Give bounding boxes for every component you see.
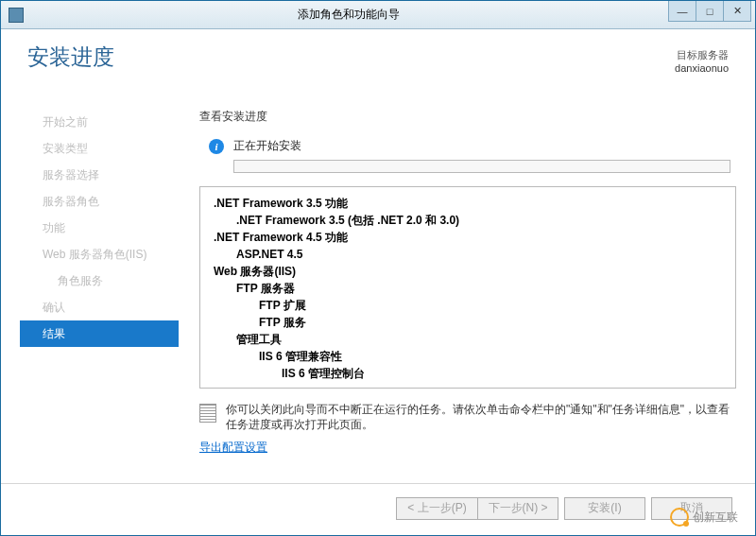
feature-item: .NET Framework 3.5 功能 <box>210 195 735 212</box>
titlebar: 添加角色和功能向导 — □ ✕ <box>1 1 755 29</box>
install-button[interactable]: 安装(I) <box>564 497 645 520</box>
feature-item: FTP 服务器 <box>210 280 735 297</box>
minimize-button[interactable]: — <box>668 1 696 22</box>
content: 安装进度 目标服务器 danxiaonuo 开始之前 安装类型 服务器选择 服务… <box>1 29 755 483</box>
info-icon: i <box>209 139 224 154</box>
progress-bar <box>233 160 730 173</box>
feature-item: .NET Framework 3.5 (包括 .NET 2.0 和 3.0) <box>210 212 735 229</box>
wizard-steps: 开始之前 安装类型 服务器选择 服务器角色 功能 Web 服务器角色(IIS) … <box>20 101 179 483</box>
target-server: 目标服务器 danxiaonuo <box>675 48 729 74</box>
feature-item: Web 服务器(IIS) <box>210 263 735 280</box>
export-config-link[interactable]: 导出配置设置 <box>199 440 736 456</box>
maximize-button[interactable]: □ <box>696 1 724 22</box>
step-confirmation: 确认 <box>20 294 179 320</box>
status-text: 正在开始安装 <box>233 138 301 154</box>
step-install-type: 安装类型 <box>20 135 179 162</box>
note-text: 你可以关闭此向导而不中断正在运行的任务。请依次单击命令栏中的"通知"和"任务详细… <box>226 402 736 432</box>
step-server-roles: 服务器角色 <box>20 188 179 215</box>
step-web-server-role: Web 服务器角色(IIS) <box>20 241 179 268</box>
page-title: 安装进度 <box>27 43 114 74</box>
step-before-begin: 开始之前 <box>20 109 179 135</box>
body: 开始之前 安装类型 服务器选择 服务器角色 功能 Web 服务器角色(IIS) … <box>20 101 736 483</box>
previous-button[interactable]: < 上一步(P) <box>396 497 477 520</box>
feature-item: IIS 6 管理兼容性 <box>210 348 735 365</box>
window-controls: — □ ✕ <box>668 1 755 28</box>
feature-item: 管理工具 <box>210 331 735 348</box>
next-button[interactable]: 下一步(N) > <box>477 497 558 520</box>
app-icon <box>9 8 24 23</box>
feature-item: FTP 服务 <box>210 314 735 331</box>
section-label: 查看安装进度 <box>199 109 736 125</box>
status-row: i 正在开始安装 <box>199 138 736 154</box>
step-server-selection: 服务器选择 <box>20 162 179 188</box>
note: 你可以关闭此向导而不中断正在运行的任务。请依次单击命令栏中的"通知"和"任务详细… <box>199 402 736 432</box>
step-results: 结果 <box>20 320 179 347</box>
target-label: 目标服务器 <box>675 48 729 62</box>
close-button[interactable]: ✕ <box>723 1 751 22</box>
nav-button-group: < 上一步(P) 下一步(N) > <box>396 497 558 520</box>
step-features: 功能 <box>20 215 179 241</box>
feature-item: ASP.NET 4.5 <box>210 246 735 263</box>
header: 安装进度 目标服务器 danxiaonuo <box>27 43 729 74</box>
feature-item: FTP 扩展 <box>210 297 735 314</box>
feature-item: .NET Framework 4.5 功能 <box>210 229 735 246</box>
target-name: danxiaonuo <box>675 62 729 74</box>
window-title: 添加角色和功能向导 <box>29 7 668 23</box>
main-panel: 查看安装进度 i 正在开始安装 .NET Framework 3.5 功能.NE… <box>179 101 736 483</box>
note-icon <box>199 404 216 423</box>
feature-list[interactable]: .NET Framework 3.5 功能.NET Framework 3.5 … <box>199 186 736 389</box>
cancel-button[interactable]: 取消 <box>651 497 732 520</box>
footer: < 上一步(P) 下一步(N) > 安装(I) 取消 创新互联 <box>1 483 755 532</box>
step-role-services: 角色服务 <box>20 268 179 294</box>
feature-item: IIS 6 管理控制台 <box>210 365 735 382</box>
